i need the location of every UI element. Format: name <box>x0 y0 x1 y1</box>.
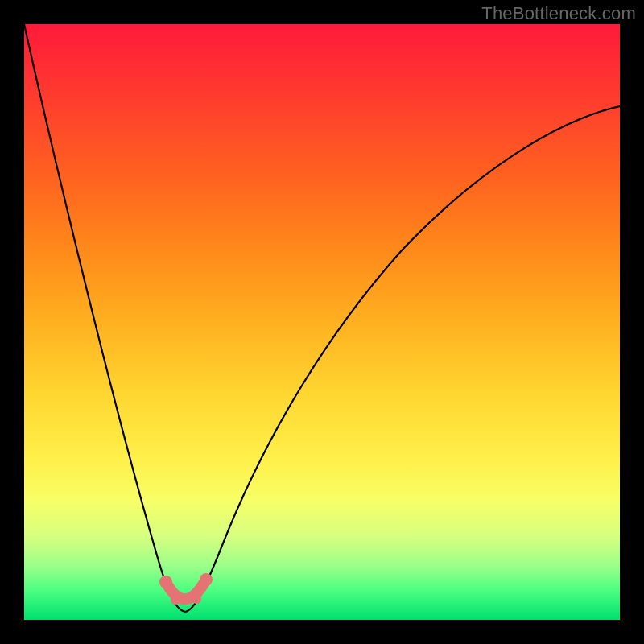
bottleneck-curve <box>24 24 620 612</box>
chart-frame: TheBottleneck.com <box>0 0 644 644</box>
highlight-dot-mid-right <box>192 594 201 604</box>
watermark-text: TheBottleneck.com <box>481 3 636 24</box>
highlight-dot-mid-left <box>171 595 180 605</box>
highlight-dot-left <box>159 576 172 588</box>
plot-area <box>24 24 620 620</box>
curve-svg <box>24 24 620 620</box>
highlight-dot-right <box>200 573 213 586</box>
